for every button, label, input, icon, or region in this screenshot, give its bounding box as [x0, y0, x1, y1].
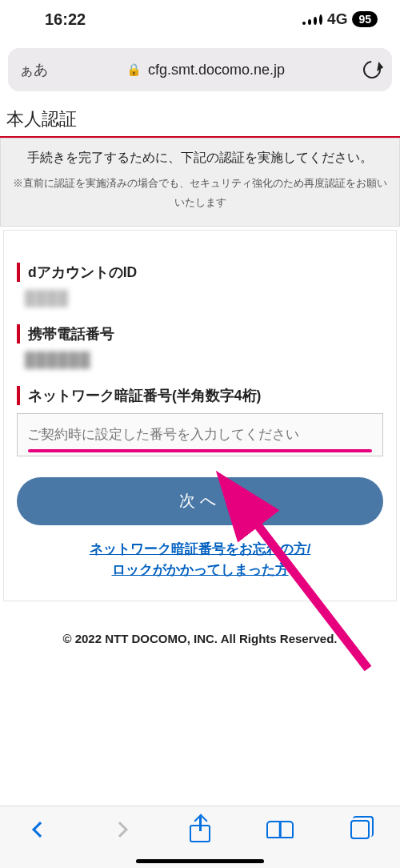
annotation-underline: [28, 449, 372, 452]
address-bar[interactable]: ぁあ 🔒 cfg.smt.docomo.ne.jp: [8, 48, 392, 91]
status-bar: 16:22 4G 95: [0, 0, 400, 38]
status-time: 16:22: [45, 10, 86, 29]
address-url: cfg.smt.docomo.ne.jp: [148, 62, 285, 78]
instruction-sub: ※直前に認証を実施済みの場合でも、セキュリティ強化のため再度認証をお願いいたしま…: [10, 175, 390, 213]
next-button[interactable]: 次へ: [17, 477, 383, 525]
signal-icon: [302, 14, 322, 25]
id-value: ████: [25, 290, 383, 307]
auth-card: dアカウントのID ████ 携帯電話番号 ██████ ネットワーク暗証番号(…: [3, 230, 397, 602]
lock-icon: 🔒: [126, 62, 142, 77]
instruction-main: 手続きを完了するために、下記の認証を実施してください。: [10, 150, 390, 167]
share-button[interactable]: [186, 816, 214, 843]
status-right: 4G 95: [302, 10, 378, 28]
aa-button[interactable]: ぁあ: [19, 60, 48, 79]
battery-pill: 95: [352, 11, 378, 27]
instruction-panel: 手続きを完了するために、下記の認証を実施してください。 ※直前に認証を実施済みの…: [0, 138, 400, 227]
network-label: 4G: [327, 10, 347, 28]
phone-label: 携帯電話番号: [17, 324, 383, 344]
phone-value: ██████: [25, 352, 383, 368]
pin-label: ネットワーク暗証番号(半角数字4桁): [17, 386, 383, 405]
home-indicator: [136, 859, 264, 863]
back-button[interactable]: [26, 816, 54, 843]
footer-copyright: © 2022 NTT DOCOMO, INC. All Rights Reser…: [0, 632, 400, 645]
forward-button[interactable]: [106, 816, 134, 843]
help-link[interactable]: ネットワーク暗証番号をお忘れの方/ロックがかかってしまった方: [17, 538, 383, 581]
reload-icon[interactable]: [360, 58, 385, 82]
bookmarks-button[interactable]: [266, 816, 294, 843]
tabs-button[interactable]: [346, 816, 374, 843]
section-title: 本人認証: [0, 102, 400, 138]
id-label: dアカウントのID: [17, 263, 383, 282]
